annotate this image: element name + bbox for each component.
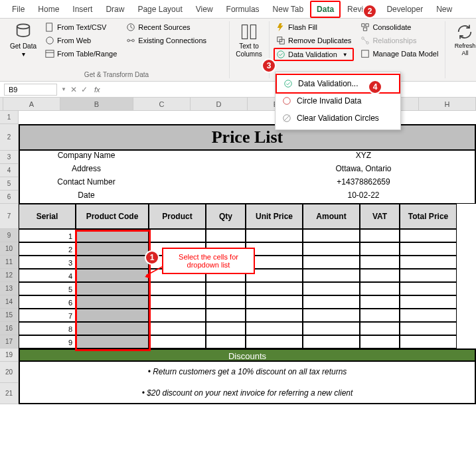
cell[interactable]: [400, 309, 457, 322]
row-header[interactable]: 6: [0, 191, 19, 204]
cell[interactable]: [303, 269, 360, 282]
cell[interactable]: [400, 269, 457, 282]
cell[interactable]: [246, 335, 303, 348]
cell[interactable]: [246, 282, 303, 295]
tab-developer[interactable]: Developer: [380, 1, 430, 18]
recent-sources-button[interactable]: Recent Sources: [123, 21, 209, 33]
tab-page-layout[interactable]: Page Layout: [131, 1, 189, 18]
row-header[interactable]: 19: [0, 348, 19, 362]
cell[interactable]: [149, 229, 206, 242]
get-data-button[interactable]: Get Data▾: [8, 21, 39, 60]
cell[interactable]: [303, 282, 360, 295]
cell[interactable]: [360, 242, 400, 256]
cell-product-code[interactable]: [76, 242, 149, 256]
row-header[interactable]: 5: [0, 177, 19, 191]
tab-insert[interactable]: Insert: [66, 1, 99, 18]
tab-data[interactable]: Data: [310, 1, 341, 18]
row-header[interactable]: 20: [0, 362, 19, 383]
cell[interactable]: [303, 229, 360, 242]
from-text-csv-button[interactable]: From Text/CSV: [42, 21, 119, 33]
data-validation-button[interactable]: Data Validation▼: [274, 48, 354, 61]
chevron-down-icon[interactable]: ▼: [61, 86, 66, 92]
cell[interactable]: [149, 322, 206, 335]
cell[interactable]: [246, 322, 303, 335]
cell[interactable]: [303, 309, 360, 322]
spreadsheet-grid[interactable]: 1 2Price List 3Company NameXYZ 4AddressO…: [0, 111, 476, 404]
row-header[interactable]: 1: [0, 111, 19, 124]
row-header[interactable]: 17: [0, 335, 19, 348]
row-header[interactable]: 10: [0, 242, 19, 256]
cell[interactable]: [360, 309, 400, 322]
tab-formulas[interactable]: Formulas: [220, 1, 266, 18]
tab-view[interactable]: View: [189, 1, 220, 18]
tab-new-tab[interactable]: New Tab: [266, 1, 310, 18]
cell[interactable]: [149, 309, 206, 322]
cell[interactable]: [400, 282, 457, 295]
row-header[interactable]: 21: [0, 383, 19, 404]
cell[interactable]: [303, 295, 360, 309]
cell-product-code[interactable]: [76, 295, 149, 309]
row-header[interactable]: 15: [0, 309, 19, 322]
cell[interactable]: [360, 256, 400, 269]
cell-serial[interactable]: 8: [19, 322, 76, 335]
cell[interactable]: [360, 282, 400, 295]
cell[interactable]: [400, 335, 457, 348]
cell[interactable]: [400, 256, 457, 269]
cell[interactable]: [149, 282, 206, 295]
cell-product-code[interactable]: [76, 322, 149, 335]
cell[interactable]: [206, 295, 246, 309]
row-header[interactable]: 4: [0, 164, 19, 177]
text-to-columns-button[interactable]: Text to Columns: [234, 21, 264, 60]
cell[interactable]: [246, 229, 303, 242]
fx-icon[interactable]: fx: [92, 86, 103, 94]
row-header[interactable]: 14: [0, 295, 19, 309]
col-header[interactable]: H: [419, 98, 476, 110]
cell[interactable]: [400, 242, 457, 256]
row-header[interactable]: 7: [0, 204, 19, 229]
cell-serial[interactable]: 2: [19, 242, 76, 256]
row-header[interactable]: 11: [0, 256, 19, 269]
cell[interactable]: [360, 295, 400, 309]
manage-data-model-button[interactable]: Manage Data Model: [358, 48, 441, 60]
col-header[interactable]: C: [133, 98, 191, 110]
name-box[interactable]: [4, 84, 57, 96]
refresh-all-button[interactable]: Refresh All: [449, 21, 476, 58]
cell[interactable]: [206, 335, 246, 348]
cell-serial[interactable]: 9: [19, 335, 76, 348]
from-web-button[interactable]: From Web: [42, 35, 119, 46]
row-header[interactable]: 9: [0, 229, 19, 242]
cell[interactable]: [360, 229, 400, 242]
tab-file[interactable]: File: [5, 1, 31, 18]
cell-product-code[interactable]: [76, 229, 149, 242]
cell[interactable]: [246, 295, 303, 309]
tab-home[interactable]: Home: [31, 1, 66, 18]
cancel-icon[interactable]: ✕: [70, 85, 77, 94]
cell[interactable]: [303, 322, 360, 335]
cell[interactable]: [360, 335, 400, 348]
row-header[interactable]: 12: [0, 269, 19, 282]
consolidate-button[interactable]: Consolidate: [358, 21, 441, 33]
col-header[interactable]: A: [3, 98, 60, 110]
cell-serial[interactable]: 4: [19, 269, 76, 282]
cell-serial[interactable]: 3: [19, 256, 76, 269]
cell[interactable]: [206, 282, 246, 295]
cell-serial[interactable]: 7: [19, 309, 76, 322]
cell[interactable]: [206, 322, 246, 335]
cell-product-code[interactable]: [76, 309, 149, 322]
cell[interactable]: [206, 309, 246, 322]
cell[interactable]: [400, 229, 457, 242]
tab-draw[interactable]: Draw: [99, 1, 131, 18]
row-header[interactable]: 2: [0, 124, 19, 151]
cell[interactable]: [360, 322, 400, 335]
cell-product-code[interactable]: [76, 269, 149, 282]
cell-serial[interactable]: 6: [19, 295, 76, 309]
cell-serial[interactable]: 5: [19, 282, 76, 295]
row-header[interactable]: 16: [0, 322, 19, 335]
cell[interactable]: [303, 335, 360, 348]
cell-product-code[interactable]: [76, 282, 149, 295]
remove-duplicates-button[interactable]: Remove Duplicates: [274, 35, 354, 46]
cell[interactable]: [400, 322, 457, 335]
cell[interactable]: [400, 295, 457, 309]
cell-product-code[interactable]: [76, 256, 149, 269]
row-header[interactable]: 3: [0, 151, 19, 164]
